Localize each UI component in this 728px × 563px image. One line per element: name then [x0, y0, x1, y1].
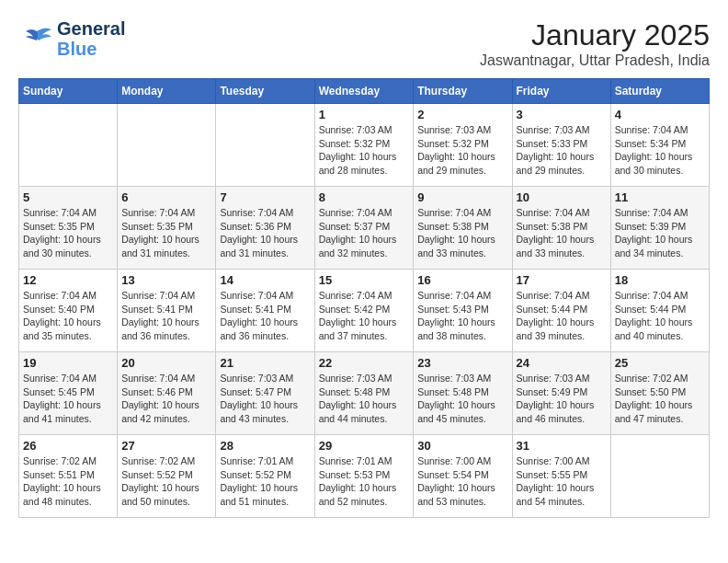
calendar-cell: 13Sunrise: 7:04 AM Sunset: 5:41 PM Dayli…: [118, 270, 216, 352]
calendar-cell: 3Sunrise: 7:03 AM Sunset: 5:33 PM Daylig…: [512, 104, 610, 187]
day-number: 14: [220, 273, 310, 287]
calendar-cell: 25Sunrise: 7:02 AM Sunset: 5:50 PM Dayli…: [610, 352, 709, 435]
calendar-location: Jaswantnagar, Uttar Pradesh, India: [480, 52, 710, 69]
day-number: 26: [23, 439, 113, 453]
calendar-cell: 18Sunrise: 7:04 AM Sunset: 5:44 PM Dayli…: [610, 270, 709, 352]
day-info: Sunrise: 7:04 AM Sunset: 5:37 PM Dayligh…: [319, 206, 410, 260]
calendar-body: 1Sunrise: 7:03 AM Sunset: 5:32 PM Daylig…: [19, 104, 710, 518]
day-number: 16: [417, 273, 507, 287]
day-number: 27: [121, 439, 211, 453]
day-info: Sunrise: 7:01 AM Sunset: 5:52 PM Dayligh…: [220, 454, 310, 509]
logo: General Blue: [18, 18, 125, 59]
day-number: 18: [615, 273, 705, 287]
day-header-sunday: Sunday: [19, 79, 118, 104]
day-number: 10: [517, 190, 607, 204]
calendar-cell: 8Sunrise: 7:04 AM Sunset: 5:37 PM Daylig…: [314, 187, 414, 270]
calendar-cell: 6Sunrise: 7:04 AM Sunset: 5:35 PM Daylig…: [118, 187, 216, 270]
logo-text: General: [57, 18, 125, 39]
calendar-cell: 15Sunrise: 7:04 AM Sunset: 5:42 PM Dayli…: [314, 270, 414, 352]
calendar-cell: 4Sunrise: 7:04 AM Sunset: 5:34 PM Daylig…: [610, 104, 709, 187]
day-number: 11: [615, 190, 705, 204]
day-info: Sunrise: 7:03 AM Sunset: 5:32 PM Dayligh…: [417, 123, 507, 178]
calendar-cell: 10Sunrise: 7:04 AM Sunset: 5:38 PM Dayli…: [512, 187, 610, 270]
calendar-cell: [610, 435, 709, 518]
day-info: Sunrise: 7:04 AM Sunset: 5:43 PM Dayligh…: [417, 289, 507, 343]
calendar-cell: 30Sunrise: 7:00 AM Sunset: 5:54 PM Dayli…: [414, 435, 512, 518]
day-info: Sunrise: 7:03 AM Sunset: 5:32 PM Dayligh…: [319, 123, 410, 178]
day-number: 22: [319, 356, 410, 370]
calendar-cell: 9Sunrise: 7:04 AM Sunset: 5:38 PM Daylig…: [414, 187, 512, 270]
day-header-thursday: Thursday: [414, 79, 512, 104]
day-info: Sunrise: 7:00 AM Sunset: 5:54 PM Dayligh…: [417, 454, 507, 509]
calendar-cell: 1Sunrise: 7:03 AM Sunset: 5:32 PM Daylig…: [314, 104, 414, 187]
day-info: Sunrise: 7:03 AM Sunset: 5:47 PM Dayligh…: [220, 372, 310, 426]
day-info: Sunrise: 7:03 AM Sunset: 5:49 PM Dayligh…: [517, 372, 607, 426]
day-info: Sunrise: 7:04 AM Sunset: 5:41 PM Dayligh…: [121, 289, 211, 343]
calendar-month-year: January 2025: [480, 18, 710, 52]
calendar-table: SundayMondayTuesdayWednesdayThursdayFrid…: [18, 78, 710, 518]
day-info: Sunrise: 7:01 AM Sunset: 5:53 PM Dayligh…: [319, 454, 410, 509]
calendar-cell: 7Sunrise: 7:04 AM Sunset: 5:36 PM Daylig…: [216, 187, 314, 270]
calendar-header-row: SundayMondayTuesdayWednesdayThursdayFrid…: [19, 79, 710, 104]
calendar-title-block: January 2025 Jaswantnagar, Uttar Pradesh…: [480, 18, 710, 69]
calendar-cell: 11Sunrise: 7:04 AM Sunset: 5:39 PM Dayli…: [610, 187, 709, 270]
day-info: Sunrise: 7:03 AM Sunset: 5:33 PM Dayligh…: [517, 123, 607, 178]
day-number: 30: [417, 439, 507, 453]
day-number: 7: [220, 190, 310, 204]
day-number: 29: [319, 439, 410, 453]
day-info: Sunrise: 7:03 AM Sunset: 5:48 PM Dayligh…: [319, 372, 410, 426]
day-number: 8: [319, 190, 410, 204]
calendar-cell: 12Sunrise: 7:04 AM Sunset: 5:40 PM Dayli…: [19, 270, 118, 352]
day-info: Sunrise: 7:00 AM Sunset: 5:55 PM Dayligh…: [517, 454, 607, 509]
day-header-friday: Friday: [512, 79, 610, 104]
calendar-cell: [118, 104, 216, 187]
day-number: 23: [417, 356, 507, 370]
calendar-cell: 24Sunrise: 7:03 AM Sunset: 5:49 PM Dayli…: [512, 352, 610, 435]
day-info: Sunrise: 7:04 AM Sunset: 5:45 PM Dayligh…: [23, 372, 113, 426]
calendar-cell: 26Sunrise: 7:02 AM Sunset: 5:51 PM Dayli…: [19, 435, 118, 518]
day-number: 24: [517, 356, 607, 370]
day-info: Sunrise: 7:04 AM Sunset: 5:35 PM Dayligh…: [121, 206, 211, 260]
calendar-week-row: 19Sunrise: 7:04 AM Sunset: 5:45 PM Dayli…: [19, 352, 710, 435]
day-info: Sunrise: 7:04 AM Sunset: 5:38 PM Dayligh…: [517, 206, 607, 260]
day-number: 9: [417, 190, 507, 204]
day-info: Sunrise: 7:04 AM Sunset: 5:36 PM Dayligh…: [220, 206, 310, 260]
day-header-monday: Monday: [118, 79, 216, 104]
calendar-cell: 29Sunrise: 7:01 AM Sunset: 5:53 PM Dayli…: [314, 435, 414, 518]
day-header-tuesday: Tuesday: [216, 79, 314, 104]
day-number: 15: [319, 273, 410, 287]
calendar-cell: 19Sunrise: 7:04 AM Sunset: 5:45 PM Dayli…: [19, 352, 118, 435]
calendar-week-row: 12Sunrise: 7:04 AM Sunset: 5:40 PM Dayli…: [19, 270, 710, 352]
day-info: Sunrise: 7:02 AM Sunset: 5:52 PM Dayligh…: [121, 454, 211, 509]
calendar-cell: 5Sunrise: 7:04 AM Sunset: 5:35 PM Daylig…: [19, 187, 118, 270]
day-info: Sunrise: 7:04 AM Sunset: 5:46 PM Dayligh…: [121, 372, 211, 426]
day-info: Sunrise: 7:02 AM Sunset: 5:51 PM Dayligh…: [23, 454, 113, 509]
day-info: Sunrise: 7:04 AM Sunset: 5:41 PM Dayligh…: [220, 289, 310, 343]
calendar-cell: 21Sunrise: 7:03 AM Sunset: 5:47 PM Dayli…: [216, 352, 314, 435]
day-info: Sunrise: 7:04 AM Sunset: 5:44 PM Dayligh…: [517, 289, 607, 343]
day-info: Sunrise: 7:04 AM Sunset: 5:38 PM Dayligh…: [417, 206, 507, 260]
calendar-cell: 17Sunrise: 7:04 AM Sunset: 5:44 PM Dayli…: [512, 270, 610, 352]
calendar-cell: 22Sunrise: 7:03 AM Sunset: 5:48 PM Dayli…: [314, 352, 414, 435]
day-header-wednesday: Wednesday: [314, 79, 414, 104]
day-number: 13: [121, 273, 211, 287]
calendar-cell: 16Sunrise: 7:04 AM Sunset: 5:43 PM Dayli…: [414, 270, 512, 352]
day-number: 19: [23, 356, 113, 370]
logo-subtext: Blue: [57, 39, 125, 59]
day-number: 17: [517, 273, 607, 287]
logo-icon: [18, 24, 53, 53]
day-info: Sunrise: 7:04 AM Sunset: 5:35 PM Dayligh…: [23, 206, 113, 260]
calendar-week-row: 1Sunrise: 7:03 AM Sunset: 5:32 PM Daylig…: [19, 104, 710, 187]
calendar-cell: 23Sunrise: 7:03 AM Sunset: 5:48 PM Dayli…: [414, 352, 512, 435]
calendar-cell: 28Sunrise: 7:01 AM Sunset: 5:52 PM Dayli…: [216, 435, 314, 518]
calendar-week-row: 26Sunrise: 7:02 AM Sunset: 5:51 PM Dayli…: [19, 435, 710, 518]
day-info: Sunrise: 7:04 AM Sunset: 5:44 PM Dayligh…: [615, 289, 705, 343]
day-info: Sunrise: 7:04 AM Sunset: 5:42 PM Dayligh…: [319, 289, 410, 343]
day-info: Sunrise: 7:04 AM Sunset: 5:34 PM Dayligh…: [615, 123, 705, 178]
calendar-cell: 27Sunrise: 7:02 AM Sunset: 5:52 PM Dayli…: [118, 435, 216, 518]
day-info: Sunrise: 7:04 AM Sunset: 5:39 PM Dayligh…: [615, 206, 705, 260]
day-number: 3: [517, 108, 607, 121]
day-number: 2: [417, 108, 507, 121]
day-number: 31: [517, 439, 607, 453]
day-number: 4: [615, 108, 705, 121]
